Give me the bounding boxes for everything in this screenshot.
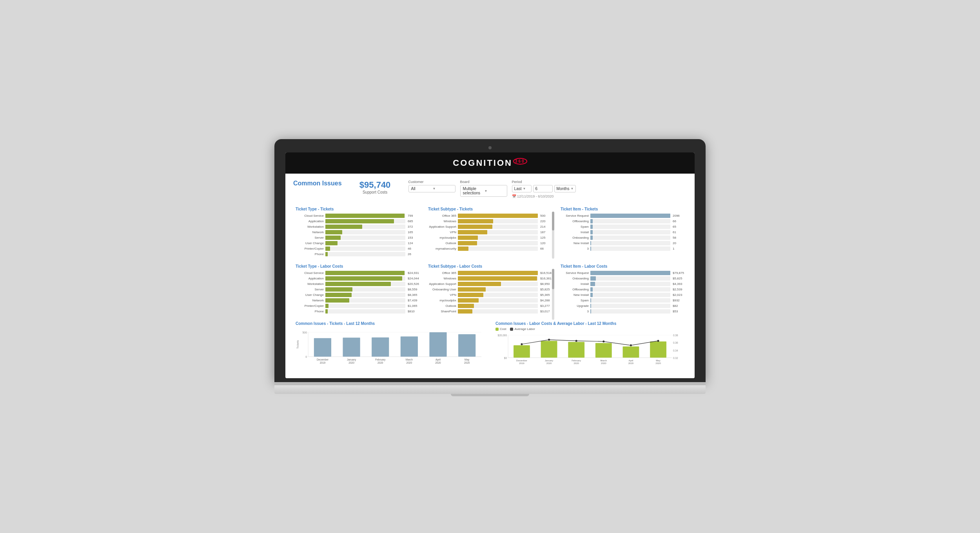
- svg-text:2020: 2020: [573, 362, 579, 364]
- bar-label: Cloud Service: [296, 214, 324, 218]
- bar-value: 1: [673, 247, 684, 250]
- bar-fill: [458, 282, 501, 286]
- bar-value: $8,559: [408, 288, 419, 291]
- ticket-item-tickets-panel: Ticket Item - Tickets Service Request209…: [558, 205, 687, 258]
- bar-fill: [325, 225, 362, 229]
- bar-row: User Change124: [296, 241, 419, 245]
- bar-track: [458, 304, 538, 308]
- bar-track: [325, 230, 405, 234]
- legend-cost-label: Cost: [500, 327, 506, 331]
- bar-track: [590, 276, 670, 281]
- bar-row: New Install$2,023: [561, 293, 684, 297]
- bar-fill: [458, 309, 472, 314]
- bar-value: $932: [673, 299, 684, 302]
- legend-row: Cost Average Labor: [495, 327, 684, 331]
- svg-text:2020: 2020: [348, 361, 354, 364]
- bar-value: 66: [673, 219, 684, 223]
- bar-row: Application Support214: [428, 225, 552, 229]
- bar-value: $24,044: [408, 277, 419, 280]
- svg-text:2020: 2020: [377, 361, 383, 364]
- bar-fill: [325, 293, 352, 297]
- bar-value: $2,023: [673, 293, 684, 297]
- bar-label: 3: [561, 247, 589, 250]
- bar-label: Application Support: [428, 225, 456, 228]
- bar-label: Office 365: [428, 271, 456, 275]
- bottom-labor-svg: $20,000$00.380.360.340.32December2019Jan…: [495, 332, 684, 370]
- bar-row: 3$53: [561, 309, 684, 314]
- bar-value: $7,439: [408, 299, 419, 302]
- filters-row: Customer All ▼ Board Multiple selections…: [408, 180, 687, 198]
- period-num-value: 6: [535, 187, 538, 191]
- bar-value: 26: [408, 252, 419, 256]
- bar-row: VPN187: [428, 230, 552, 234]
- page-title: Common Issues: [293, 180, 342, 187]
- bar-label: Phone: [296, 310, 324, 313]
- period-num-select[interactable]: 6: [533, 185, 553, 192]
- charts-grid-labor: Ticket Type - Labor Costs Cloud Service$…: [293, 263, 687, 315]
- period-last-select[interactable]: Last ▼: [512, 185, 532, 192]
- top-row: Common Issues $95,740 Support Costs Cust…: [293, 180, 687, 198]
- scrollbar2[interactable]: [552, 269, 554, 320]
- period-selects: Last ▼ 6 Months ▼: [512, 185, 576, 192]
- svg-text:2020: 2020: [655, 362, 661, 364]
- bar-value: $53: [673, 310, 684, 313]
- period-unit-select[interactable]: Months ▼: [554, 185, 576, 192]
- bar-fill: [458, 236, 478, 240]
- period-filter-label: Period: [512, 180, 576, 184]
- customer-value: All: [411, 187, 431, 191]
- bar-row: Spam$932: [561, 298, 684, 303]
- bar-track: [458, 271, 538, 275]
- svg-rect-19: [429, 332, 446, 357]
- ticket-type-labor-title: Ticket Type - Labor Costs: [296, 264, 419, 268]
- bar-row: Offboarding$2,539: [561, 287, 684, 292]
- customer-select[interactable]: All ▼: [408, 185, 456, 192]
- bottom-labor-title: Common Issues - Labor Costs & Average La…: [495, 321, 684, 326]
- bar-label: Phone: [296, 252, 324, 256]
- board-select[interactable]: Multiple selections ▼: [460, 185, 507, 197]
- bar-label: SharePoint: [428, 310, 456, 313]
- bar-track: [325, 271, 405, 275]
- svg-text:February: February: [572, 359, 581, 362]
- bar-track: [325, 309, 405, 314]
- bar-track: [325, 241, 405, 245]
- bar-row: Outlook$3,277: [428, 304, 552, 308]
- bar-row: Install$4,393: [561, 282, 684, 286]
- bar-fill: [325, 271, 405, 275]
- bar-label: Windows: [428, 277, 456, 280]
- bar-row: Upgrade$82: [561, 304, 684, 308]
- bar-row: VPN$5,365: [428, 293, 552, 297]
- bar-value: $5,825: [540, 288, 552, 291]
- period-unit-value: Months: [557, 187, 570, 191]
- bar-row: Spam65: [561, 225, 684, 229]
- bar-fill: [458, 287, 486, 292]
- bar-label: Cloud Service: [296, 271, 324, 275]
- bar-value: 61: [673, 230, 684, 234]
- bar-label: Network: [296, 230, 324, 234]
- bar-track: [325, 225, 405, 229]
- bar-track: [458, 293, 538, 297]
- svg-text:500: 500: [302, 331, 307, 334]
- bar-label: User Change: [296, 293, 324, 297]
- bar-row: SharePoint$3,017: [428, 309, 552, 314]
- bar-fill: [590, 214, 670, 218]
- board-filter-label: Board: [460, 180, 507, 184]
- bar-value: 372: [408, 225, 419, 228]
- bar-value: $2,539: [673, 288, 684, 291]
- bar-row: Application685: [296, 219, 419, 223]
- bar-label: Install: [561, 230, 589, 234]
- scrollbar[interactable]: [552, 212, 554, 259]
- ticket-type-labor-panel: Ticket Type - Labor Costs Cloud Service$…: [293, 263, 422, 315]
- bar-label: Server: [296, 288, 324, 291]
- bottom-tickets-title: Common Issues - Tickets - Last 12 Months: [296, 321, 485, 326]
- bar-value: 65: [673, 225, 684, 228]
- svg-text:$0: $0: [504, 357, 507, 359]
- bar-fill: [458, 225, 492, 229]
- bar-track: [458, 214, 538, 218]
- bar-value: 58: [673, 236, 684, 239]
- bar-value: 165: [408, 230, 419, 234]
- support-amount: $95,740: [354, 180, 397, 190]
- bar-value: $24,931: [408, 271, 419, 275]
- bar-value: 120: [540, 241, 552, 245]
- bar-fill: [590, 241, 591, 245]
- ticket-subtype-labor-panel: Ticket Subtype - Labor Costs Office 365$…: [426, 263, 554, 315]
